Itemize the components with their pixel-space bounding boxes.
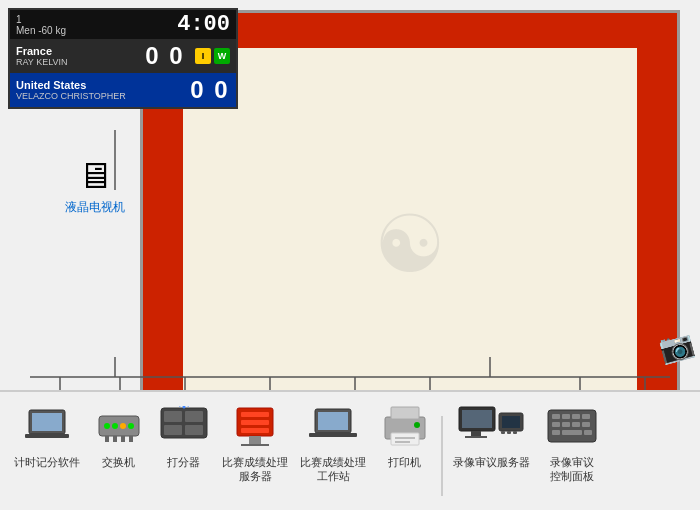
result-server-label: 比赛成绩处理服务器 bbox=[222, 455, 288, 484]
scoreboard-line-svg bbox=[0, 130, 300, 190]
switch-label: 交换机 bbox=[102, 455, 135, 469]
svg-rect-38 bbox=[309, 433, 357, 437]
svg-rect-27 bbox=[164, 425, 182, 435]
svg-rect-13 bbox=[32, 413, 62, 431]
team1-indicators: I W bbox=[195, 48, 230, 64]
equipment-review-server: 录像审议服务器 bbox=[447, 402, 536, 469]
svg-rect-33 bbox=[241, 428, 269, 433]
equipment-result-workstation: 比赛成绩处理工作站 bbox=[294, 402, 372, 484]
team1-score1: 0 bbox=[143, 42, 161, 70]
scoreboard-header: 1 Men -60 kg 4:00 bbox=[10, 10, 236, 39]
svg-rect-50 bbox=[502, 416, 520, 428]
review-server-label: 录像审议服务器 bbox=[453, 455, 530, 469]
svg-rect-32 bbox=[241, 420, 269, 425]
team1-score2: 0 bbox=[167, 42, 185, 70]
svg-rect-65 bbox=[584, 430, 592, 435]
indicator-w: W bbox=[214, 48, 230, 64]
review-panel-label: 录像审议控制面板 bbox=[550, 455, 594, 484]
svg-rect-28 bbox=[185, 425, 203, 435]
team2-score2: 0 bbox=[212, 76, 230, 104]
svg-rect-42 bbox=[395, 437, 415, 439]
svg-rect-21 bbox=[113, 436, 117, 442]
review-server-icon bbox=[457, 402, 527, 450]
svg-rect-63 bbox=[552, 430, 560, 435]
mat-watermark: ☯ bbox=[374, 198, 446, 291]
workstation-laptop-icon bbox=[309, 402, 357, 450]
connection-lines-svg bbox=[0, 357, 700, 392]
team2-score1: 0 bbox=[188, 76, 206, 104]
equipment-printer: 打印机 bbox=[372, 402, 437, 469]
svg-rect-22 bbox=[121, 436, 125, 442]
equipment-score-board: 打分器 bbox=[151, 402, 216, 469]
equipment-timing-software: 计时记分软件 bbox=[8, 402, 86, 469]
svg-rect-20 bbox=[105, 436, 109, 442]
timing-software-label: 计时记分软件 bbox=[14, 455, 80, 469]
team1-row: France RAY KELVIN 0 0 I W bbox=[10, 39, 236, 73]
server-box-icon bbox=[231, 402, 279, 450]
svg-rect-58 bbox=[582, 414, 590, 419]
review-panel-icon bbox=[546, 402, 598, 450]
laptop-icon bbox=[25, 402, 69, 450]
svg-rect-51 bbox=[501, 431, 505, 434]
score-board-label: 打分器 bbox=[167, 455, 200, 469]
team2-scores: 0 0 bbox=[188, 76, 230, 104]
svg-rect-43 bbox=[395, 441, 410, 443]
group-divider bbox=[441, 416, 443, 496]
team1-scores: 0 0 I W bbox=[143, 42, 230, 70]
svg-rect-40 bbox=[391, 407, 419, 419]
svg-rect-57 bbox=[572, 414, 580, 419]
svg-rect-26 bbox=[185, 411, 203, 422]
svg-rect-61 bbox=[572, 422, 580, 427]
svg-rect-60 bbox=[562, 422, 570, 427]
svg-rect-64 bbox=[562, 430, 582, 435]
team2-info: United States VELAZCO CHRISTOPHER bbox=[16, 79, 188, 101]
svg-rect-46 bbox=[462, 410, 492, 428]
result-workstation-label: 比赛成绩处理工作站 bbox=[300, 455, 366, 484]
equipment-switch: 交换机 bbox=[86, 402, 151, 469]
monitor-label: 液晶电视机 bbox=[65, 199, 125, 216]
svg-point-17 bbox=[112, 423, 118, 429]
svg-rect-56 bbox=[562, 414, 570, 419]
switch-icon bbox=[97, 402, 141, 450]
svg-rect-25 bbox=[164, 411, 182, 422]
scoreboard: 1 Men -60 kg 4:00 France RAY KELVIN 0 0 … bbox=[8, 8, 238, 109]
svg-rect-55 bbox=[552, 414, 560, 419]
team2-country: United States bbox=[16, 79, 188, 91]
svg-rect-48 bbox=[465, 436, 487, 438]
svg-rect-47 bbox=[471, 431, 481, 436]
svg-rect-35 bbox=[241, 444, 269, 446]
svg-point-19 bbox=[128, 423, 134, 429]
match-info: 1 Men -60 kg bbox=[16, 14, 66, 36]
indicator-i: I bbox=[195, 48, 211, 64]
equipment-result-server: 比赛成绩处理服务器 bbox=[216, 402, 294, 484]
svg-rect-37 bbox=[318, 412, 348, 430]
team2-player: VELAZCO CHRISTOPHER bbox=[16, 91, 188, 101]
team1-info: France RAY KELVIN bbox=[16, 45, 143, 67]
svg-point-18 bbox=[120, 423, 126, 429]
svg-rect-52 bbox=[507, 431, 511, 434]
svg-point-16 bbox=[104, 423, 110, 429]
printer-label: 打印机 bbox=[388, 455, 421, 469]
equipment-review-panel: 录像审议控制面板 bbox=[536, 402, 608, 484]
svg-rect-53 bbox=[513, 431, 517, 434]
svg-point-44 bbox=[414, 422, 420, 428]
team2-row: United States VELAZCO CHRISTOPHER 0 0 bbox=[10, 73, 236, 107]
svg-rect-34 bbox=[249, 436, 261, 444]
bottom-equipment-bar: 计时记分软件 交换机 bbox=[0, 390, 700, 510]
team1-country: France bbox=[16, 45, 143, 57]
svg-rect-31 bbox=[241, 412, 269, 417]
svg-rect-14 bbox=[25, 434, 69, 438]
controller-icon bbox=[159, 402, 209, 450]
timer: 4:00 bbox=[177, 12, 230, 37]
svg-rect-23 bbox=[129, 436, 133, 442]
svg-rect-59 bbox=[552, 422, 560, 427]
printer-icon bbox=[381, 402, 429, 450]
svg-rect-62 bbox=[582, 422, 590, 427]
team1-player: RAY KELVIN bbox=[16, 57, 143, 67]
